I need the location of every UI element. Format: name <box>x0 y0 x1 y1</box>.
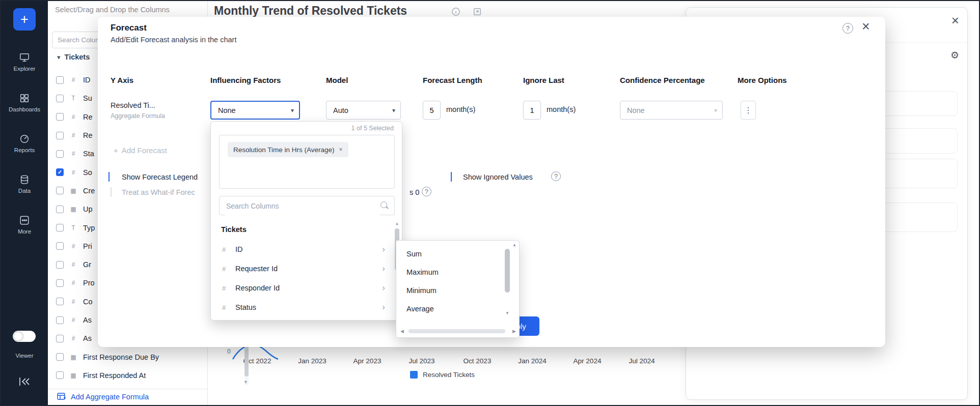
chevron-down-icon: ▾ <box>392 107 395 114</box>
scrollbar-thumb[interactable] <box>505 249 510 293</box>
checkbox[interactable] <box>56 224 64 231</box>
help-icon[interactable]: ? <box>422 187 431 196</box>
show-ignored-values-checkbox[interactable] <box>451 172 452 182</box>
checkbox[interactable] <box>56 298 64 305</box>
dropdown-search-input[interactable] <box>225 197 380 215</box>
chart-title: Monthly Trend of Resolved Tickets <box>214 4 407 18</box>
ignore-last-input[interactable] <box>523 101 541 120</box>
model-select[interactable]: Auto ▾ <box>326 101 401 120</box>
x-axis-label: Jul 2024 <box>629 357 655 365</box>
sidebar-item-explorer[interactable]: Explorer <box>1 52 48 72</box>
checkbox[interactable] <box>56 335 64 342</box>
menu-item-average[interactable]: Average <box>396 300 493 318</box>
sidebar-label: Explorer <box>1 66 48 72</box>
col-header-confidence-percentage: Confidence Percentage <box>620 76 705 84</box>
gear-icon[interactable]: ⚙ <box>950 49 959 61</box>
sidebar-item-dashboards[interactable]: Dashboards <box>1 93 48 112</box>
help-icon[interactable]: ? <box>551 171 561 181</box>
divider <box>48 389 207 389</box>
info-icon[interactable] <box>451 7 460 16</box>
chevron-down-icon: ▾ <box>291 107 294 114</box>
menu-item-sum[interactable]: Sum <box>396 245 493 263</box>
sidebar-item-reports[interactable]: Reports <box>1 133 48 153</box>
search-icon <box>380 201 387 208</box>
checkbox[interactable] <box>56 187 64 194</box>
influencing-factors-select[interactable]: None ▾ <box>210 101 300 120</box>
add-aggregate-formula-button[interactable]: Add Aggregate Formula <box>57 393 149 401</box>
gauge-icon <box>19 133 30 144</box>
maximize-icon[interactable] <box>473 7 482 16</box>
dropdown-column-item[interactable]: # ID › <box>211 240 394 259</box>
help-icon[interactable]: ? <box>842 23 853 34</box>
close-icon[interactable]: × <box>862 20 870 34</box>
column-label: So <box>83 168 92 177</box>
add-forecast-button[interactable]: + Add Forecast <box>114 146 167 155</box>
forecast-length-unit: month(s) <box>446 105 475 113</box>
treat-whatif-checkbox[interactable] <box>111 187 112 197</box>
confidence-percentage-select[interactable]: None ▾ <box>620 101 723 120</box>
close-icon[interactable]: × <box>951 14 959 27</box>
viewer-toggle[interactable] <box>13 331 36 342</box>
forecast-length-input[interactable] <box>423 101 441 120</box>
checkbox[interactable] <box>56 113 64 121</box>
dropdown-column-item[interactable]: # Status › <box>211 298 394 317</box>
sidebar-item-data[interactable]: Data <box>1 174 48 194</box>
column-label: As <box>83 334 92 342</box>
col-header-forecast-length: Forecast Length <box>423 76 482 84</box>
column-label: ID <box>83 76 91 84</box>
dropdown-column-item[interactable]: # Responder Id › <box>211 278 394 298</box>
sidebar-item-more[interactable]: More <box>1 215 48 235</box>
numeric-type-icon: # <box>69 279 77 286</box>
dropdown-column-item[interactable]: # Requester Id › <box>211 259 394 278</box>
numeric-type-icon: # <box>69 316 77 324</box>
model-value: Auto <box>333 106 348 114</box>
scroll-down-icon[interactable]: ▼ <box>243 380 248 385</box>
column-label: Typ <box>83 224 95 232</box>
horizontal-scrollbar[interactable]: ◀ ▶ <box>400 328 516 335</box>
checkbox[interactable] <box>56 132 64 139</box>
scroll-up-icon[interactable]: ▲ <box>512 243 516 247</box>
column-row[interactable]: ▦First Response Due By <box>48 347 199 366</box>
numeric-type-icon: # <box>69 169 77 176</box>
checkbox[interactable] <box>56 95 64 102</box>
tickets-group-toggle[interactable]: ▾ Tickets <box>57 53 90 61</box>
checkbox[interactable] <box>56 206 64 213</box>
checkbox-checked[interactable] <box>56 168 64 176</box>
dropdown-item-label: Responder Id <box>235 284 280 292</box>
show-forecast-legend-label: Show Forecast Legend <box>122 173 198 181</box>
app-logo-plus-button[interactable]: + <box>13 8 36 31</box>
checkbox[interactable] <box>56 242 64 250</box>
menu-item-maximum[interactable]: Maximum <box>396 263 493 281</box>
scrollbar-thumb[interactable] <box>409 329 505 333</box>
y-axis-value: Resolved Ti... <box>111 101 155 109</box>
selected-chip[interactable]: Resolution Time in Hrs (Average) × <box>228 142 348 157</box>
show-forecast-legend-checkbox[interactable] <box>108 172 110 182</box>
numeric-type-icon: # <box>69 243 77 250</box>
remove-chip-icon[interactable]: × <box>339 146 343 153</box>
menu-item-minimum[interactable]: Minimum <box>396 281 493 300</box>
checkbox[interactable] <box>56 76 64 84</box>
viewer-label: Viewer <box>1 353 48 359</box>
selected-chips-box: Resolution Time in Hrs (Average) × <box>219 135 395 189</box>
checkbox[interactable] <box>56 371 64 379</box>
checkbox[interactable] <box>56 261 64 269</box>
numeric-type-icon: # <box>69 261 77 268</box>
more-options-kebab-button[interactable]: ⋮ <box>741 101 756 120</box>
scroll-down-icon[interactable]: ▼ <box>505 311 509 315</box>
collapse-sidebar-icon[interactable] <box>17 376 31 387</box>
app-screen: Monthly Trend of Resolved Tickets Oct 20… <box>0 0 980 406</box>
checkbox[interactable] <box>56 316 64 324</box>
checkbox[interactable] <box>56 279 64 287</box>
column-label: Pri <box>83 242 92 250</box>
numeric-type-icon: # <box>222 246 229 253</box>
monitor-icon <box>19 52 30 63</box>
column-label: Sta <box>83 150 94 158</box>
column-row[interactable]: ▦First Responded At <box>48 366 199 385</box>
checkbox[interactable] <box>56 353 64 361</box>
chevron-right-icon: › <box>382 302 385 312</box>
scroll-up-icon[interactable]: ▲ <box>395 221 399 226</box>
chart-legend-item[interactable]: Resolved Tickets <box>410 371 475 379</box>
scroll-right-icon[interactable]: ▶ <box>512 329 516 334</box>
checkbox[interactable] <box>56 150 64 158</box>
scroll-left-icon[interactable]: ◀ <box>400 329 404 334</box>
